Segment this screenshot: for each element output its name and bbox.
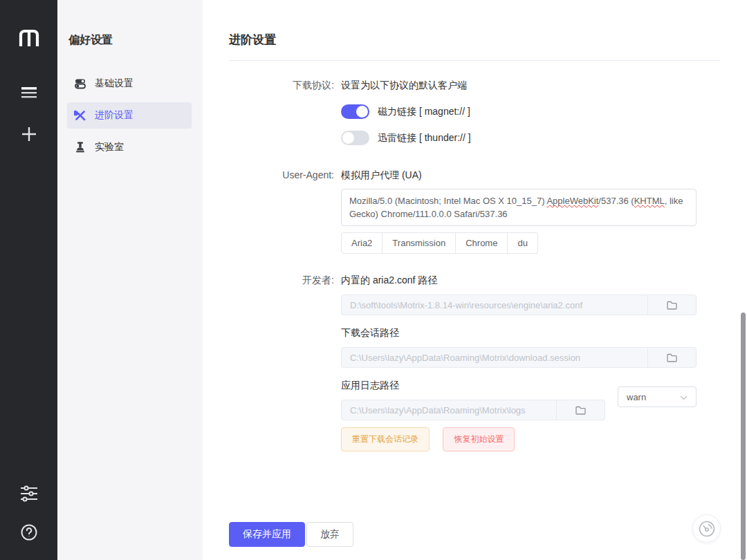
folder-icon[interactable] xyxy=(647,348,696,367)
protocol-label: 下载协议: xyxy=(203,78,341,157)
main-content: 进阶设置 下载协议: 设置为以下协议的默认客户端 磁力链接 [ magnet:/… xyxy=(203,0,747,560)
sidebar-item-label: 基础设置 xyxy=(95,77,133,90)
session-path-input: C:\Users\lazy\AppData\Roaming\Motrix\dow… xyxy=(341,347,697,368)
ua-text: Mozilla/5.0 (Macintosh; Intel Mac OS X 1… xyxy=(349,196,546,206)
aria2-conf-path-value[interactable]: D:\soft\tools\Motrix-1.8.14-win\resource… xyxy=(342,295,647,315)
ua-preset-chrome-button[interactable]: Chrome xyxy=(456,232,508,254)
preferences-menu: 基础设置 进阶设置 xyxy=(67,71,192,166)
aria2-conf-heading: 内置的 aria2.conf 路径 xyxy=(341,273,697,287)
scrollbar-thumb[interactable] xyxy=(741,312,746,560)
title-divider xyxy=(229,60,719,61)
ua-preset-group: Aria2 Transmission Chrome du xyxy=(341,232,538,254)
sidebar-item-lab[interactable]: 实验室 xyxy=(67,134,192,160)
ua-preset-aria2-button[interactable]: Aria2 xyxy=(341,232,382,254)
user-agent-input[interactable]: Mozilla/5.0 (Macintosh; Intel Mac OS X 1… xyxy=(341,189,697,226)
speed-gauge-button[interactable] xyxy=(692,514,721,543)
ua-preset-transmission-button[interactable]: Transmission xyxy=(382,232,456,254)
developer-section: 开发者: 内置的 aria2.conf 路径 D:\soft\tools\Mot… xyxy=(203,273,747,451)
user-agent-label: User-Agent: xyxy=(203,168,341,254)
toggles-icon xyxy=(74,77,86,90)
tools-icon xyxy=(74,109,86,122)
log-path-value[interactable]: C:\Users\lazy\AppData\Roaming\Motrix\log… xyxy=(342,400,556,420)
download-protocol-section: 下载协议: 设置为以下协议的默认客户端 磁力链接 [ magnet:// ] 迅… xyxy=(203,78,747,157)
ua-text-misspelled: KHTML xyxy=(634,196,665,206)
preferences-icon[interactable] xyxy=(17,481,42,506)
discard-button[interactable]: 放弃 xyxy=(306,522,353,547)
sidebar-item-label: 进阶设置 xyxy=(95,109,133,122)
factory-reset-button[interactable]: 恢复初始设置 xyxy=(443,427,515,451)
session-path-value[interactable]: C:\Users\lazy\AppData\Roaming\Motrix\dow… xyxy=(342,348,647,367)
thunder-toggle-row: 迅雷链接 [ thunder:// ] xyxy=(341,131,697,145)
thunder-toggle-label: 迅雷链接 [ thunder:// ] xyxy=(378,132,471,144)
aria2-conf-path-input: D:\soft\tools\Motrix-1.8.14-win\resource… xyxy=(341,295,697,315)
ua-text: /537.36 ( xyxy=(598,196,634,206)
magnet-toggle-row: 磁力链接 [ magnet:// ] xyxy=(341,104,697,119)
folder-icon[interactable] xyxy=(647,295,696,315)
log-level-value: warn xyxy=(627,392,646,402)
reset-session-button[interactable]: 重置下载会话记录 xyxy=(341,427,430,451)
help-icon[interactable] xyxy=(17,520,42,545)
folder-icon[interactable] xyxy=(556,400,605,420)
motrix-logo-icon xyxy=(18,28,40,51)
thunder-toggle[interactable] xyxy=(341,131,369,145)
log-path-input: C:\Users\lazy\AppData\Roaming\Motrix\log… xyxy=(341,400,605,420)
magnet-toggle-label: 磁力链接 [ magnet:// ] xyxy=(378,106,470,118)
ua-preset-du-button[interactable]: du xyxy=(508,232,537,254)
task-list-icon[interactable] xyxy=(17,80,42,105)
sidebar-title: 偏好设置 xyxy=(68,33,113,48)
magnet-toggle[interactable] xyxy=(341,104,369,119)
motrix-preferences-window: 偏好设置 基础设置 xyxy=(0,0,747,560)
user-agent-heading: 模拟用户代理 (UA) xyxy=(341,168,697,182)
save-apply-button[interactable]: 保存并应用 xyxy=(229,522,305,547)
session-path-heading: 下载会话路径 xyxy=(341,326,697,339)
lab-stamp-icon xyxy=(74,141,86,153)
app-rail xyxy=(0,0,57,560)
page-title: 进阶设置 xyxy=(229,32,276,48)
sidebar-item-advanced[interactable]: 进阶设置 xyxy=(67,102,192,129)
developer-label: 开发者: xyxy=(203,273,341,451)
protocol-heading: 设置为以下协议的默认客户端 xyxy=(341,78,697,92)
preferences-sidebar: 偏好设置 基础设置 xyxy=(57,0,203,560)
sidebar-item-basic[interactable]: 基础设置 xyxy=(67,71,192,97)
sidebar-item-label: 实验室 xyxy=(95,141,124,153)
add-task-icon[interactable] xyxy=(17,122,42,147)
ua-text-misspelled: AppleWebKit xyxy=(546,196,598,206)
log-level-select[interactable]: warn xyxy=(618,386,697,407)
user-agent-section: User-Agent: 模拟用户代理 (UA) Mozilla/5.0 (Mac… xyxy=(203,168,747,254)
chevron-down-icon xyxy=(680,392,688,402)
